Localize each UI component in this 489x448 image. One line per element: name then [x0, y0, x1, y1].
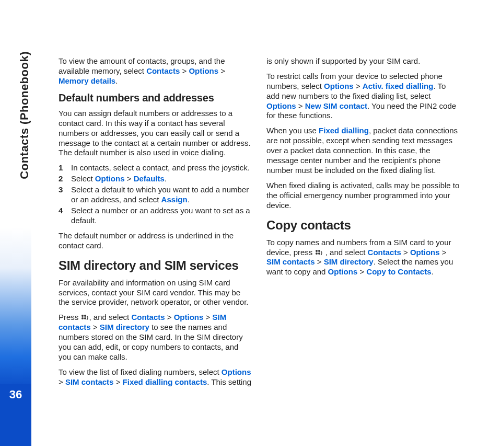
side-gradient — [0, 227, 31, 389]
heading-copy-contacts: Copy contacts — [266, 217, 461, 233]
term: Copy to Contacts — [366, 267, 431, 276]
svg-point-3 — [84, 317, 86, 319]
term: Memory details — [59, 76, 115, 85]
svg-point-4 — [316, 250, 318, 252]
svg-point-0 — [82, 315, 84, 317]
term: Options — [328, 267, 358, 276]
term: Options — [222, 367, 251, 376]
paragraph: When you use Fixed dialling, packet data… — [266, 126, 461, 175]
paragraph: For availability and information on usin… — [59, 278, 253, 308]
step: 2 Select Options > Defaults. — [59, 174, 253, 184]
svg-point-2 — [82, 317, 84, 319]
steps-list: 1 In contacts, select a contact, and pre… — [59, 163, 253, 225]
term: New SIM contact — [305, 101, 367, 110]
paragraph: To restrict calls from your device to se… — [266, 72, 461, 121]
menu-key-icon — [81, 314, 89, 321]
term: Options — [266, 101, 296, 110]
term: Options — [95, 174, 125, 183]
heading-default-numbers: Default numbers and addresses — [59, 91, 253, 105]
svg-point-1 — [84, 315, 86, 317]
term: Contacts — [368, 248, 401, 257]
term: Options — [410, 248, 440, 257]
page: Contacts (Phonebook) 36 To view the amou… — [0, 0, 489, 448]
paragraph: Press , and select Contacts > Options > … — [59, 313, 253, 362]
step: 1 In contacts, select a contact, and pre… — [59, 163, 253, 173]
term: Fixed dialling contacts — [123, 377, 207, 386]
term: Options — [324, 82, 354, 90]
svg-point-7 — [318, 252, 320, 255]
term: SIM contacts — [266, 257, 315, 266]
step: 4 Select a number or an address you want… — [59, 206, 253, 226]
menu-key-icon — [315, 249, 323, 257]
term: Fixed dialling — [319, 126, 369, 135]
term: Activ. fixed dialling — [363, 82, 434, 90]
term: SIM directory — [100, 323, 149, 331]
term: Options — [174, 313, 204, 321]
step: 3 Select a default to which you want to … — [59, 185, 253, 205]
section-tab-label: Contacts (Phonebook) — [18, 51, 31, 179]
term: Assign — [161, 195, 188, 204]
paragraph: To copy names and numbers from a SIM car… — [266, 238, 461, 278]
section-tab: Contacts (Phonebook) — [17, 52, 32, 178]
body-text: To view the amount of contacts, groups, … — [59, 56, 461, 391]
term: Contacts — [146, 66, 180, 75]
paragraph: You can assign default numbers or addres… — [59, 109, 253, 158]
paragraph: The default number or address is underli… — [59, 231, 253, 251]
term: Options — [189, 66, 218, 75]
term: SIM contacts — [65, 377, 114, 386]
term: SIM directory — [324, 257, 374, 266]
term: Contacts — [131, 313, 165, 321]
page-number: 36 — [0, 388, 31, 401]
svg-point-6 — [316, 252, 318, 255]
term: Defaults — [134, 174, 165, 183]
paragraph: To view the amount of contacts, groups, … — [59, 56, 253, 86]
paragraph: When fixed dialing is activated, calls m… — [266, 181, 461, 211]
svg-point-5 — [318, 250, 320, 252]
heading-sim-directory: SIM directory and SIM services — [59, 258, 253, 273]
